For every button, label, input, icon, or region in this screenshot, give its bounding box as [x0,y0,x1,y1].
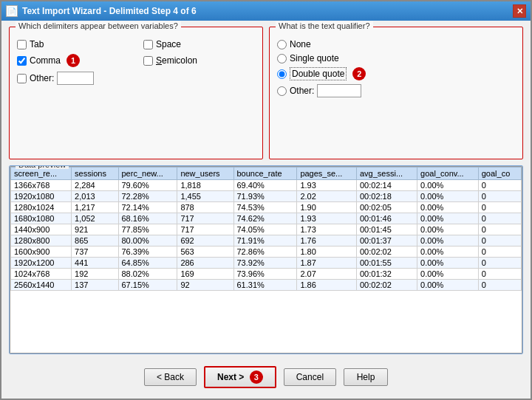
table-cell: 1280x800 [11,235,72,246]
other-qualifier-radio[interactable] [277,86,287,96]
single-quote-label: Single quote [290,53,339,63]
table-cell: 00:02:14 [357,180,417,191]
other-delimiter-input[interactable] [57,72,94,85]
qualifier-legend: What is the text qualifier? [276,21,373,30]
table-cell: 00:02:02 [357,246,417,258]
back-button[interactable]: < Back [144,368,197,386]
next-label: Next > [217,372,244,382]
col-screen-res: screen_re... [11,168,72,180]
double-quote-radio-row: Double quote 2 [277,67,515,80]
table-cell: 1,052 [72,213,118,224]
table-cell: 1024x768 [11,269,72,280]
semicolon-checkbox[interactable] [143,56,153,66]
table-cell: 00:01:32 [357,269,417,280]
col-goal-co: goal_co [478,168,521,180]
table-cell: 74.05% [233,224,297,235]
table-cell: 0.00% [417,202,479,213]
table-row: 1680x10801,05268.16%71774.62%1.9300:01:4… [11,213,522,224]
table-cell: 1.80 [297,246,357,258]
table-cell: 0 [478,258,521,269]
double-quote-radio[interactable] [277,69,287,79]
app-icon: 📄 [6,5,18,17]
table-cell: 1440x900 [11,224,72,235]
table-cell: 441 [72,258,118,269]
table-cell: 67.15% [118,280,177,291]
table-cell: 79.60% [118,180,177,191]
qualifier-panel: What is the text qualifier? None Single … [269,27,523,159]
space-label: Space [156,39,181,49]
table-cell: 64.85% [118,258,177,269]
table-cell: 2560x1440 [11,280,72,291]
table-row: 1920x120044164.85%28673.92%1.8700:01:550… [11,258,522,269]
space-checkbox[interactable] [143,40,153,49]
step2-badge: 2 [352,67,366,80]
preview-panel: Data preview screen_re... sessions perc_… [9,165,523,354]
table-row: 2560x144013767.15%9261.31%1.8600:02:020.… [11,280,522,291]
table-cell: 00:01:55 [357,258,417,269]
close-button[interactable]: ✕ [513,4,526,18]
table-header-row: screen_re... sessions perc_new... new_us… [11,168,522,180]
cancel-button[interactable]: Cancel [284,368,336,386]
step1-badge: 1 [66,54,80,67]
table-cell: 80.00% [118,235,177,246]
other-delimiter-row: Other: [17,72,255,85]
space-checkbox-row: Space [143,39,255,49]
table-cell: 74.53% [233,202,297,213]
table-row: 1024x76819288.02%16973.96%2.0700:01:320.… [11,269,522,280]
table-cell: 1600x900 [11,246,72,258]
semicolon-label: Semicolon [156,55,197,66]
table-cell: 717 [177,213,233,224]
table-cell: 74.62% [233,213,297,224]
table-cell: 1.93 [297,213,357,224]
table-cell: 77.85% [118,224,177,235]
table-cell: 737 [72,246,118,258]
table-cell: 71.93% [233,191,297,202]
col-bounce-rate: bounce_rate [233,168,297,180]
table-cell: 00:02:05 [357,202,417,213]
single-quote-radio[interactable] [277,54,287,63]
other-delimiter-checkbox[interactable] [17,74,27,83]
col-new-users: new_users [177,168,233,180]
table-cell: 0 [478,235,521,246]
preview-legend: Data preview [16,165,69,169]
table-cell: 2.07 [297,269,357,280]
semicolon-checkbox-row: Semicolon [143,54,255,67]
table-row: 1366x7682,28479.60%1,81869.40%1.9300:02:… [11,180,522,191]
table-cell: 00:01:45 [357,224,417,235]
help-button[interactable]: Help [344,368,388,386]
table-cell: 1.90 [297,202,357,213]
table-cell: 00:01:46 [357,213,417,224]
table-cell: 0 [478,191,521,202]
double-quote-label: Double quote [290,69,347,79]
tab-checkbox[interactable] [17,40,27,49]
other-delimiter-label: Other: [30,73,54,83]
table-cell: 192 [72,269,118,280]
table-cell: 68.16% [118,213,177,224]
comma-checkbox[interactable] [17,56,27,66]
delimiter-grid: Tab Space Comma 1 Semicolon [17,39,255,85]
table-cell: 0.00% [417,224,479,235]
table-cell: 72.86% [233,246,297,258]
table-cell: 1.87 [297,258,357,269]
none-radio[interactable] [277,40,287,49]
table-cell: 0 [478,202,521,213]
table-cell: 1920x1080 [11,191,72,202]
table-cell: 878 [177,202,233,213]
table-cell: 0.00% [417,235,479,246]
none-label: None [290,39,311,49]
table-row: 1920x10802,01372.28%1,45571.93%2.0200:02… [11,191,522,202]
table-cell: 00:02:02 [357,280,417,291]
table-cell: 1280x1024 [11,202,72,213]
table-row: 1440x90092177.85%71774.05%1.7300:01:450.… [11,224,522,235]
preview-scroll-area[interactable]: screen_re... sessions perc_new... new_us… [10,166,522,354]
tab-checkbox-row: Tab [17,39,129,49]
table-cell: 169 [177,269,233,280]
table-cell: 0 [478,269,521,280]
other-qualifier-input[interactable] [317,84,361,97]
table-cell: 1,217 [72,202,118,213]
next-button[interactable]: Next > 3 [204,366,276,388]
col-sessions: sessions [72,168,118,180]
tab-label: Tab [30,39,44,49]
table-cell: 92 [177,280,233,291]
table-cell: 692 [177,235,233,246]
